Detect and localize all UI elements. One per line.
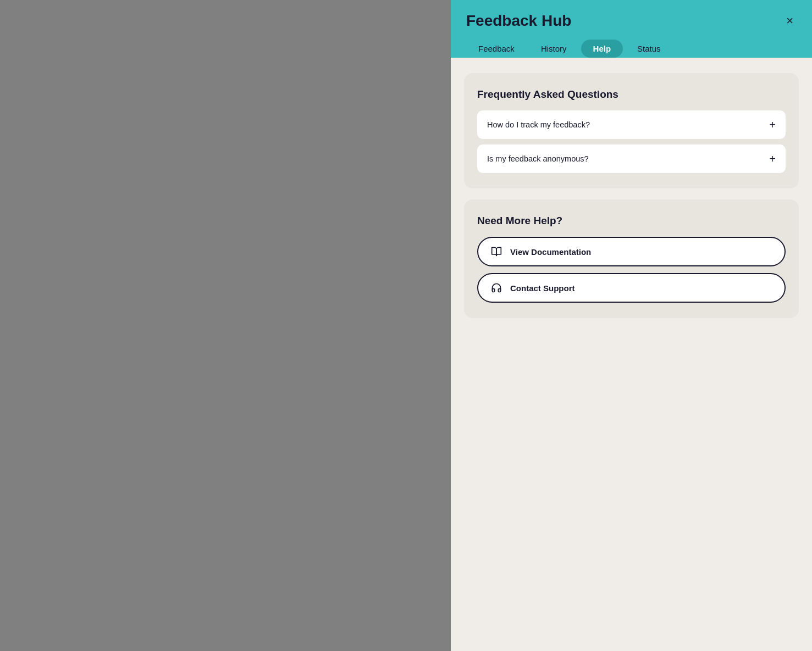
tabs-row: Feedback History Help Status [466,40,797,58]
help-card: Need More Help? View Documentation [464,199,799,318]
contact-support-button[interactable]: Contact Support [477,273,786,303]
tab-status[interactable]: Status [625,40,673,58]
panel-content: Frequently Asked Questions How do I trac… [451,58,812,651]
tab-history[interactable]: History [529,40,579,58]
tab-help[interactable]: Help [581,40,623,58]
tab-feedback[interactable]: Feedback [466,40,527,58]
headset-icon [490,282,502,294]
contact-support-label: Contact Support [510,283,575,293]
faq-card: Frequently Asked Questions How do I trac… [464,73,799,188]
panel-title: Feedback Hub [466,12,571,30]
book-icon [490,246,502,258]
faq-question-1: How do I track my feedback? [487,120,590,129]
view-documentation-button[interactable]: View Documentation [477,237,786,266]
close-button[interactable]: × [783,14,797,28]
faq-title: Frequently Asked Questions [477,88,786,101]
view-documentation-label: View Documentation [510,247,591,257]
feedback-hub-panel: Feedback Hub × Feedback History Help Sta… [451,0,812,651]
faq-item-2[interactable]: Is my feedback anonymous? + [477,144,786,173]
panel-title-row: Feedback Hub × [466,12,797,30]
faq-question-2: Is my feedback anonymous? [487,154,589,163]
help-title: Need More Help? [477,215,786,227]
background-overlay [0,0,451,651]
panel-header: Feedback Hub × Feedback History Help Sta… [451,0,812,58]
faq-toggle-2: + [769,153,776,164]
faq-item-1[interactable]: How do I track my feedback? + [477,110,786,139]
faq-toggle-1: + [769,119,776,130]
